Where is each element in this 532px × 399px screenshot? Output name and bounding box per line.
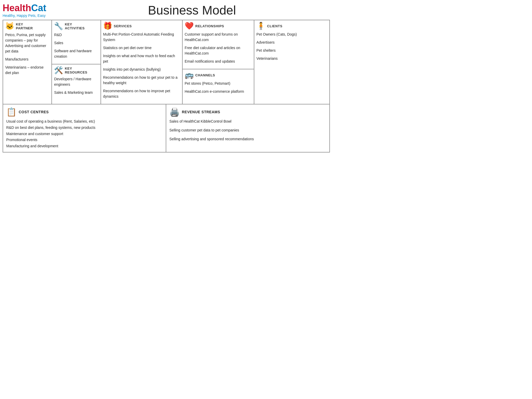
key-partner-section: 🐱 KEY PARTNER Petco, Purina, pet supply … [3, 20, 52, 104]
key-activities-header: 🔧 KEY ACTIVITIES [54, 22, 98, 30]
services-title: SERVICES [114, 24, 132, 28]
logo-part2: Cat [31, 3, 46, 13]
clients-line-3: Pet shelters [256, 48, 327, 53]
page-title: Business Model [54, 3, 330, 17]
cost-centres-section: 📋 COST CENTRES Usual cost of operating a… [3, 104, 166, 152]
cost-centres-line-1: Usual cost of operating a business (Rent… [6, 118, 163, 125]
relationships-content: Customer support and forums on HealthCat… [185, 32, 252, 64]
key-activities-line-2: Sales [54, 40, 98, 46]
channels-section: 🚌 CHANNELS Pet stores (Petco, Petsmart) … [183, 69, 254, 104]
revenue-streams-icon: 🖨️ [169, 107, 180, 117]
key-partner-icon: 🐱 [5, 23, 14, 30]
key-partner-line-2: Manufacturers [5, 57, 49, 62]
bmc-main-row: 🐱 KEY PARTNER Petco, Purina, pet supply … [3, 20, 329, 104]
relationships-line-3: Email notifications and updates [185, 59, 252, 64]
key-resources-title: KEY RESOURCES [65, 66, 87, 74]
clients-line-1: Pet Owners (Cats, Dogs) [256, 32, 327, 37]
key-resources-icon: 🛠️ [54, 67, 63, 74]
cost-centres-icon: 📋 [6, 107, 17, 117]
services-line-2: Statistics on pet diet over time [103, 45, 180, 51]
key-partner-content: Petco, Purina, pet supply companies – pa… [5, 32, 49, 76]
key-resources-line-1: Developers / Hardware engineers [54, 76, 98, 87]
bmc-bottom-row: 📋 COST CENTRES Usual cost of operating a… [3, 104, 329, 152]
key-resources-line-2: Sales & Marketing team [54, 90, 98, 95]
key-activities-title: KEY ACTIVITIES [65, 22, 85, 30]
revenue-streams-section: 🖨️ REVENUE STREAMS Sales of HealthCat Ki… [166, 104, 329, 152]
services-line-4: Insights into pet dynamics (bullying) [103, 67, 180, 72]
channels-line-1: Pet stores (Petco, Petsmart) [185, 81, 252, 86]
key-activities-line-1: R&D [54, 32, 98, 38]
cost-centres-content: Usual cost of operating a business (Rent… [6, 118, 163, 149]
services-line-6: Recommendations on how to improve pet dy… [103, 88, 180, 99]
clients-title: CLIENTS [267, 24, 282, 28]
cost-centres-line-2: R&D on best diet plans, feeding systems,… [6, 125, 163, 131]
services-section: 🎁 SERVICES Multi-Pet Portion-Control Aut… [101, 20, 183, 104]
services-content: Multi-Pet Portion-Control Automatic Feed… [103, 32, 180, 99]
clients-line-2: Advertisers [256, 40, 327, 45]
relationships-section: ❤️ RELATIONSHIPS Customer support and fo… [183, 20, 254, 69]
revenue-streams-title: REVENUE STREAMS [182, 110, 220, 114]
revenue-streams-header: 🖨️ REVENUE STREAMS [169, 107, 326, 117]
clients-line-4: Veterinarians [256, 56, 327, 61]
key-resources-content: Developers / Hardware engineers Sales & … [54, 76, 98, 95]
channels-title: CHANNELS [195, 73, 215, 77]
clients-header: 🧍 CLIENTS [256, 22, 327, 30]
logo: HealthCat [3, 3, 46, 14]
relationships-channels-column: ❤️ RELATIONSHIPS Customer support and fo… [183, 20, 254, 104]
services-line-5: Recommendations on how to get your pet t… [103, 75, 180, 86]
key-partner-line-1: Petco, Purina, pet supply companies – pa… [5, 32, 49, 54]
revenue-streams-content: Sales of HealthCat KibbleControl Bowl Se… [169, 118, 326, 142]
cost-centres-line-3: Maintenance and customer support [6, 131, 163, 137]
services-line-1: Multi-Pet Portion-Control Automatic Feed… [103, 32, 180, 43]
relationships-icon: ❤️ [185, 22, 194, 30]
revenue-streams-line-1: Sales of HealthCat KibbleControl Bowl [169, 118, 326, 125]
key-resources-section: 🛠️ KEY RESOURCES Developers / Hardware e… [52, 64, 100, 104]
cost-centres-line-5: Manufacturing and development [6, 143, 163, 149]
key-resources-header: 🛠️ KEY RESOURCES [54, 66, 98, 74]
cost-centres-title: COST CENTRES [19, 110, 49, 114]
key-partner-line-3: Veterinarians – endorse diet plan [5, 65, 49, 76]
key-activities-content: R&D Sales Software and hardware creation [54, 32, 98, 59]
key-activities-line-3: Software and hardware creation [54, 48, 98, 59]
relationships-header: ❤️ RELATIONSHIPS [185, 22, 252, 30]
relationships-line-2: Free diet calculator and articles on Hea… [185, 45, 252, 56]
clients-section: 🧍 CLIENTS Pet Owners (Cats, Dogs) Advert… [254, 20, 329, 104]
services-icon: 🎁 [103, 22, 112, 30]
key-partner-title: KEY PARTNER [16, 22, 33, 30]
services-line-3: Insights on what and how much to feed ea… [103, 53, 180, 64]
channels-line-2: HealthCat.com e-commerce platform [185, 89, 252, 94]
key-activities-column: 🔧 KEY ACTIVITIES R&D Sales Software and … [52, 20, 101, 104]
channels-content: Pet stores (Petco, Petsmart) HealthCat.c… [185, 81, 252, 94]
revenue-streams-line-3: Selling advertising and sponsored recomm… [169, 136, 326, 142]
channels-icon: 🚌 [185, 71, 194, 79]
services-header: 🎁 SERVICES [103, 22, 180, 30]
key-activities-icon: 🔧 [54, 23, 63, 30]
relationships-title: RELATIONSHIPS [195, 24, 224, 28]
key-partner-header: 🐱 KEY PARTNER [5, 22, 49, 30]
revenue-streams-line-2: Selling customer pet data to pet compani… [169, 127, 326, 134]
key-activities-section: 🔧 KEY ACTIVITIES R&D Sales Software and … [52, 20, 100, 64]
channels-header: 🚌 CHANNELS [185, 71, 252, 79]
logo-part1: Health [3, 3, 31, 13]
header: HealthCat Healthy, Happy Pets, Easy Busi… [3, 3, 330, 18]
cost-centres-header: 📋 COST CENTRES [6, 107, 163, 117]
clients-content: Pet Owners (Cats, Dogs) Advertisers Pet … [256, 32, 327, 61]
cost-centres-line-4: Promotional events [6, 137, 163, 143]
relationships-line-1: Customer support and forums on HealthCat… [185, 32, 252, 43]
clients-icon: 🧍 [256, 22, 265, 30]
logo-area: HealthCat Healthy, Happy Pets, Easy [3, 3, 46, 18]
business-model-canvas: 🐱 KEY PARTNER Petco, Purina, pet supply … [3, 20, 330, 152]
logo-tagline: Healthy, Happy Pets, Easy [3, 14, 46, 18]
